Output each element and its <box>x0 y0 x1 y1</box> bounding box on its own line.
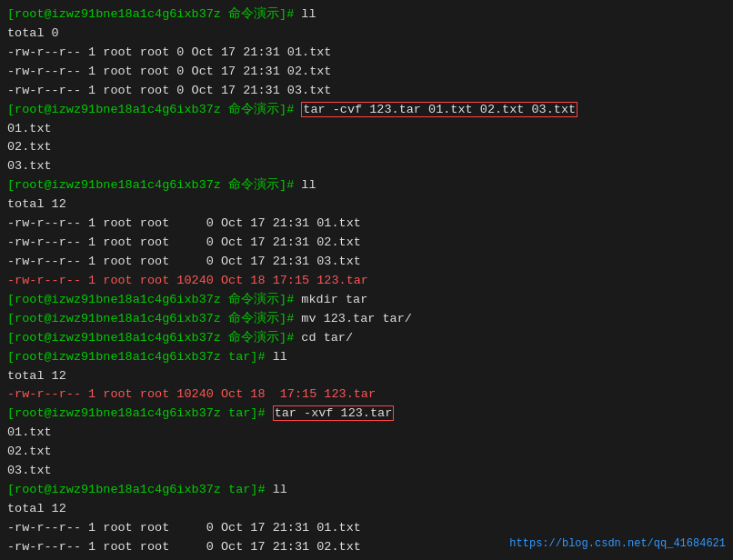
line-24: 02.txt <box>7 443 726 462</box>
line-3: -rw-r--r-- 1 root root 0 Oct 17 21:31 01… <box>7 44 726 63</box>
cmd-18: cd tar/ <box>301 331 353 345</box>
terminal-window: [root@izwz91bne18a1c4g6ixb37z 命令演示]# ll … <box>0 0 733 560</box>
cmd-1: ll <box>301 7 316 21</box>
line-20: total 12 <box>7 367 726 386</box>
line-18: [root@izwz91bne18a1c4g6ixb37z 命令演示]# cd … <box>7 329 726 348</box>
line-5: -rw-r--r-- 1 root root 0 Oct 17 21:31 03… <box>7 82 726 101</box>
prompt-6: [root@izwz91bne18a1c4g6ixb37z 命令演示]# <box>7 103 301 116</box>
cmd-16: mkdir tar <box>301 293 367 306</box>
watermark: https://blog.csdn.net/qq_41684621 <box>509 535 726 553</box>
line-1: [root@izwz91bne18a1c4g6ixb37z 命令演示]# ll <box>7 5 726 25</box>
line-23: 01.txt <box>7 424 726 443</box>
prompt-19: [root@izwz91bne18a1c4g6ixb37z tar]# <box>7 350 273 364</box>
line-16: [root@izwz91bne18a1c4g6ixb37z 命令演示]# mkd… <box>7 291 726 310</box>
line-25: 03.txt <box>7 462 726 481</box>
line-12: -rw-r--r-- 1 root root 0 Oct 17 21:31 01… <box>7 215 726 234</box>
line-22: [root@izwz91bne18a1c4g6ixb37z tar]# tar … <box>7 405 726 424</box>
cmd-19: ll <box>273 350 287 364</box>
cmd-26: ll <box>273 483 287 496</box>
prompt-1: [root@izwz91bne18a1c4g6ixb37z 命令演示]# <box>7 7 301 21</box>
prompt-26: [root@izwz91bne18a1c4g6ixb37z tar]# <box>7 483 273 496</box>
prompt-10: [root@izwz91bne18a1c4g6ixb37z 命令演示]# <box>7 178 301 192</box>
line-9: 03.txt <box>7 157 726 176</box>
prompt-16: [root@izwz91bne18a1c4g6ixb37z 命令演示]# <box>7 293 301 306</box>
cmd-6-highlight: tar -cvf 123.tar 01.txt 02.txt 03.txt <box>301 102 577 117</box>
cmd-10: ll <box>301 178 316 192</box>
line-26: [root@izwz91bne18a1c4g6ixb37z tar]# ll <box>7 481 726 500</box>
prompt-22: [root@izwz91bne18a1c4g6ixb37z tar]# <box>7 406 273 420</box>
line-19: [root@izwz91bne18a1c4g6ixb37z tar]# ll <box>7 348 726 367</box>
line-21: -rw-r--r-- 1 root root 10240 Oct 18 17:1… <box>7 385 726 405</box>
line-8: 02.txt <box>7 138 726 157</box>
line-17: [root@izwz91bne18a1c4g6ixb37z 命令演示]# mv … <box>7 310 726 329</box>
line-7: 01.txt <box>7 120 726 139</box>
line-13: -rw-r--r-- 1 root root 0 Oct 17 21:31 02… <box>7 234 726 253</box>
prompt-18: [root@izwz91bne18a1c4g6ixb37z 命令演示]# <box>7 331 301 345</box>
prompt-17: [root@izwz91bne18a1c4g6ixb37z 命令演示]# <box>7 312 301 325</box>
line-11: total 12 <box>7 195 726 215</box>
cmd-17: mv 123.tar tar/ <box>301 312 412 325</box>
line-15: -rw-r--r-- 1 root root 10240 Oct 18 17:1… <box>7 272 726 291</box>
line-14: -rw-r--r-- 1 root root 0 Oct 17 21:31 03… <box>7 253 726 272</box>
line-2: total 0 <box>7 25 726 44</box>
line-4: -rw-r--r-- 1 root root 0 Oct 17 21:31 02… <box>7 63 726 82</box>
line-10: [root@izwz91bne18a1c4g6ixb37z 命令演示]# ll <box>7 176 726 195</box>
cmd-22-highlight: tar -xvf 123.tar <box>273 405 395 421</box>
line-27: total 12 <box>7 500 726 519</box>
line-6: [root@izwz91bne18a1c4g6ixb37z 命令演示]# tar… <box>7 101 726 120</box>
